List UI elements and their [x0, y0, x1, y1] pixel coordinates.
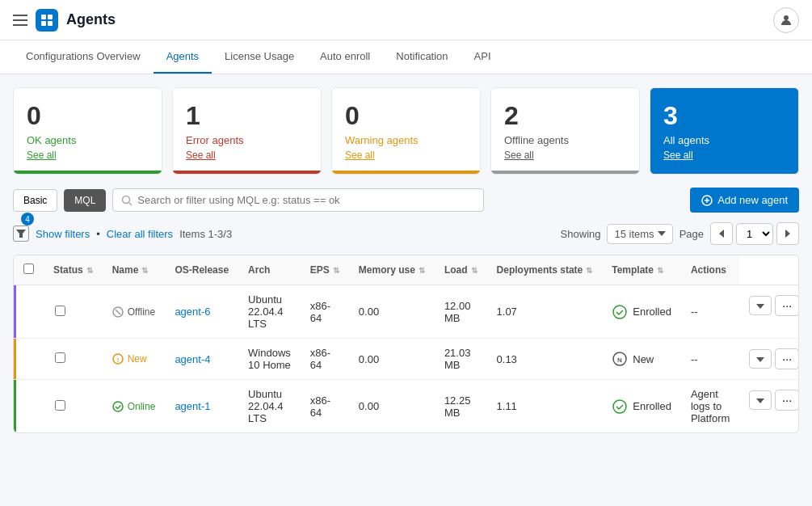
th-template[interactable]: Template⇅ — [602, 255, 681, 285]
stat-card-warning[interactable]: 0 Warning agents See all — [331, 87, 481, 175]
agent-name-link-1[interactable]: agent-6 — [175, 306, 210, 318]
stat-card-ok[interactable]: 0 OK agents See all — [13, 87, 162, 175]
stat-card-all[interactable]: 3 All agents See all — [650, 87, 799, 175]
td-checkbox-1 — [44, 285, 103, 339]
select-all-checkbox[interactable] — [23, 264, 34, 274]
td-memory-2: 21.03 MB — [435, 339, 487, 380]
show-filters-button[interactable]: Show filters — [36, 228, 90, 240]
page-select[interactable]: 1 — [736, 223, 773, 245]
stat-all-see-all[interactable]: See all — [663, 150, 785, 161]
action-more-btn-1[interactable]: ··· — [775, 295, 799, 316]
td-deploy-1: Enrolled — [602, 285, 681, 339]
filter-left: 4 Show filters • Clear all filters Items… — [13, 226, 232, 242]
page-prev-button[interactable] — [710, 222, 733, 245]
action-expand-btn-1[interactable] — [749, 296, 772, 315]
page-navigation: 1 — [710, 222, 799, 245]
stat-card-offline[interactable]: 2 Offline agents See all — [490, 87, 640, 175]
tab-notification[interactable]: Notification — [383, 40, 461, 74]
enrolled-icon-1 — [612, 304, 628, 320]
filter-icon[interactable] — [13, 226, 29, 242]
th-name-label: Name — [112, 264, 139, 276]
th-actions: Actions — [681, 255, 739, 285]
th-memory-use[interactable]: Memory use⇅ — [349, 255, 435, 285]
td-memory-1: 12.00 MB — [435, 285, 487, 339]
stat-warning-see-all[interactable]: See all — [345, 150, 467, 161]
th-load-label: Load — [444, 264, 468, 276]
toolbar-left: Basic MQL — [13, 188, 484, 212]
th-deployments-state[interactable]: Deployments state⇅ — [487, 255, 603, 285]
svg-point-19 — [613, 400, 626, 413]
deploy-badge-2: N New — [612, 351, 671, 367]
status-label-1: Offline — [128, 306, 155, 318]
filter-badge-count: 4 — [21, 213, 34, 226]
agent-name-link-2[interactable]: agent-4 — [175, 353, 210, 365]
svg-point-18 — [113, 402, 123, 411]
items-per-page-value: 15 items — [614, 228, 654, 240]
stat-ok-label: OK agents — [27, 134, 149, 146]
th-load[interactable]: Load⇅ — [435, 255, 487, 285]
search-input[interactable] — [137, 194, 475, 206]
row-checkbox-2[interactable] — [55, 352, 65, 363]
user-avatar[interactable] — [773, 7, 799, 33]
add-new-agent-button[interactable]: Add new agent — [690, 188, 799, 213]
sort-memory-icon: ⇅ — [419, 266, 425, 275]
new-deploy-icon-2: N — [612, 351, 628, 367]
basic-button[interactable]: Basic — [13, 189, 57, 212]
td-deploy-3: Enrolled — [602, 380, 681, 433]
tab-api[interactable]: API — [461, 40, 504, 74]
sort-deploy-icon: ⇅ — [586, 266, 592, 275]
th-status[interactable]: Status⇅ — [44, 255, 103, 285]
tab-agents[interactable]: Agents — [154, 40, 212, 74]
td-arch-3: x86-64 — [301, 380, 349, 433]
th-name[interactable]: Name⇅ — [103, 255, 166, 285]
header-left: Agents — [13, 9, 116, 32]
td-name-3: agent-1 — [165, 380, 238, 433]
td-template-3: Agent logs to Platform — [681, 380, 739, 433]
page-label: Page — [679, 228, 704, 240]
td-name-1: agent-6 — [165, 285, 238, 339]
app-icon — [36, 9, 58, 32]
menu-icon[interactable] — [13, 15, 27, 26]
enrolled-icon-3 — [612, 398, 628, 415]
td-os-2: Windows 10 Home — [238, 339, 301, 380]
stat-error-see-all[interactable]: See all — [186, 150, 308, 161]
td-actions-2: ··· — [739, 339, 799, 377]
page-next-button[interactable] — [776, 222, 799, 245]
svg-point-4 — [784, 15, 789, 20]
svg-rect-1 — [48, 15, 53, 19]
items-count: Items 1-3/3 — [179, 228, 232, 240]
row-checkbox-1[interactable] — [55, 306, 65, 316]
toolbar: Basic MQL Add new agent — [13, 188, 799, 213]
stat-ok-see-all[interactable]: See all — [27, 150, 149, 161]
action-more-btn-2[interactable]: ··· — [775, 348, 799, 369]
action-more-btn-3[interactable]: ··· — [775, 390, 799, 411]
table-row: Online agent-1 Ubuntu 22.04.4 LTS x86-64… — [14, 380, 799, 433]
tab-auto-enroll[interactable]: Auto enroll — [307, 40, 383, 74]
th-actions-label: Actions — [691, 264, 726, 276]
sort-status-icon: ⇅ — [86, 266, 93, 275]
search-box — [112, 188, 484, 212]
filter-icon-wrapper: 4 — [13, 226, 29, 242]
action-expand-btn-3[interactable] — [749, 390, 772, 410]
td-load-3: 1.11 — [487, 380, 603, 433]
td-load-1: 1.07 — [487, 285, 603, 339]
agent-name-link-3[interactable]: agent-1 — [175, 400, 210, 412]
th-deployments-state-label: Deployments state — [497, 264, 583, 276]
items-per-page-select[interactable]: 15 items — [607, 224, 672, 244]
action-expand-btn-2[interactable] — [749, 349, 772, 369]
td-name-2: agent-4 — [165, 339, 238, 380]
mql-button[interactable]: MQL — [64, 189, 106, 212]
row-checkbox-3[interactable] — [55, 400, 65, 411]
tab-license-usage[interactable]: License Usage — [212, 40, 307, 74]
clear-filters-button[interactable]: Clear all filters — [107, 228, 173, 240]
tab-configurations-overview[interactable]: Configurations Overview — [13, 40, 154, 74]
svg-text:!: ! — [116, 356, 119, 364]
stat-offline-see-all[interactable]: See all — [504, 150, 626, 161]
td-status-2: ! New — [103, 339, 166, 380]
stat-warning-label: Warning agents — [345, 134, 467, 146]
offline-icon — [112, 306, 124, 318]
svg-point-5 — [123, 196, 130, 203]
stat-card-error[interactable]: 1 Error agents See all — [172, 87, 322, 175]
sort-load-icon: ⇅ — [471, 266, 478, 275]
th-eps[interactable]: EPS⇅ — [301, 255, 349, 285]
